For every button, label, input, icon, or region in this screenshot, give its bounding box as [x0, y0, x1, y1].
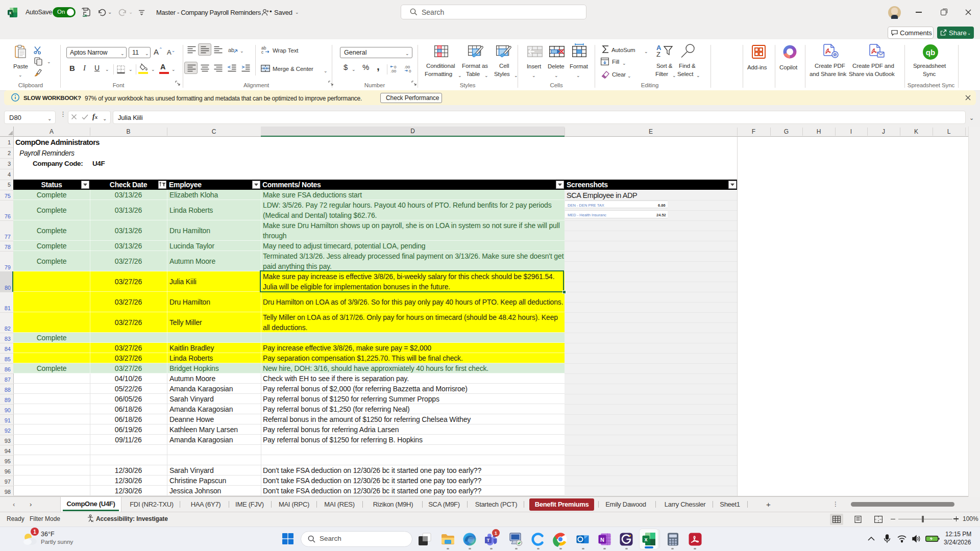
svg-text:x: x [644, 536, 647, 542]
svg-text:ab: ab [228, 47, 234, 53]
svg-text:qb: qb [926, 48, 935, 57]
svg-text:0: 0 [409, 69, 411, 73]
svg-text:N: N [600, 537, 604, 543]
svg-text:.00: .00 [390, 69, 397, 73]
svg-text:x: x [9, 10, 11, 15]
svg-text:T: T [487, 537, 490, 543]
